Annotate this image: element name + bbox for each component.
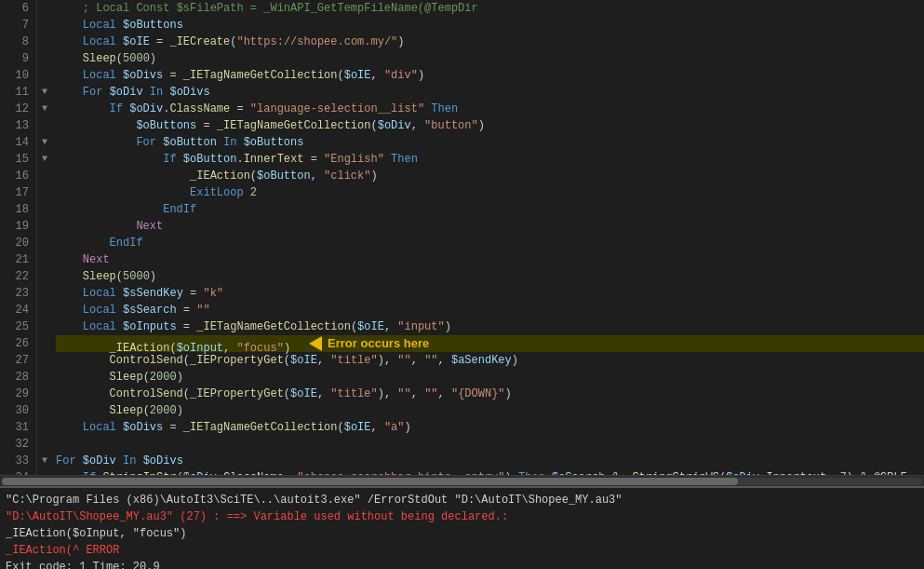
fold-icon xyxy=(37,302,52,318)
terminal-line: Exit code: 1 Time: 20.9 xyxy=(6,559,918,569)
line-number: 26 xyxy=(0,335,29,352)
fold-icon xyxy=(37,335,52,352)
code-line: Local $oIE = _IECreate("https://shopee.c… xyxy=(56,34,924,50)
fold-icon[interactable]: ▼ xyxy=(37,134,52,151)
line-number: 22 xyxy=(0,268,29,285)
code-line: If StringInStr($oDiv.ClassName, "shopee-… xyxy=(56,469,924,475)
line-numbers: 6789101112131415161718192021222324252627… xyxy=(0,0,37,475)
fold-icon xyxy=(37,218,52,235)
code-line: Local $oButtons xyxy=(56,17,924,34)
line-number: 6 xyxy=(0,0,29,17)
fold-icon xyxy=(37,436,52,453)
code-line: Local $sSearch = "" xyxy=(56,302,924,318)
fold-icon[interactable]: ▼ xyxy=(37,101,52,117)
fold-icon xyxy=(37,419,52,436)
error-text: Error occurs here xyxy=(328,335,429,352)
code-line: ControlSend(_IEPropertyGet($oIE, "title"… xyxy=(56,352,924,369)
fold-icon xyxy=(37,369,52,386)
fold-gutter: ▼▼▼▼▼ xyxy=(37,0,52,475)
line-number: 8 xyxy=(0,34,29,50)
line-number: 9 xyxy=(0,50,29,67)
code-line: Sleep(5000) xyxy=(56,50,924,67)
code-line: EndIf xyxy=(56,235,924,251)
code-line: EndIf xyxy=(56,201,924,218)
fold-icon xyxy=(37,318,52,335)
fold-icon[interactable]: ▼ xyxy=(37,453,52,469)
fold-icon xyxy=(37,117,52,134)
code-line: Next xyxy=(56,218,924,235)
line-number: 25 xyxy=(0,318,29,335)
code-line: Sleep(2000) xyxy=(56,402,924,419)
line-number: 23 xyxy=(0,285,29,302)
fold-icon xyxy=(37,50,52,67)
line-number: 12 xyxy=(0,101,29,117)
code-line: Sleep(5000) xyxy=(56,268,924,285)
code-line: For $oDiv In $oDivs xyxy=(56,453,924,469)
line-number: 34 xyxy=(0,469,29,475)
code-line: If $oButton.InnerText = "English" Then xyxy=(56,151,924,168)
fold-icon xyxy=(37,168,52,184)
code-lines: ; Local Const $sFilePath = _WinAPI_GetTe… xyxy=(52,0,924,475)
line-number: 13 xyxy=(0,117,29,134)
line-number: 28 xyxy=(0,369,29,386)
terminal-output: "C:\Program Files (x86)\AutoIt3\SciTE\..… xyxy=(0,486,924,569)
line-number: 14 xyxy=(0,134,29,151)
terminal-line: "C:\Program Files (x86)\AutoIt3\SciTE\..… xyxy=(6,492,918,508)
fold-icon xyxy=(37,67,52,84)
line-number: 15 xyxy=(0,151,29,168)
line-number: 11 xyxy=(0,84,29,101)
error-annotation: Error occurs here xyxy=(309,335,429,352)
code-line xyxy=(56,436,924,453)
line-number: 32 xyxy=(0,436,29,453)
horizontal-scrollbar[interactable] xyxy=(0,475,924,486)
line-number: 27 xyxy=(0,352,29,369)
fold-icon xyxy=(37,235,52,251)
code-line: Sleep(2000) xyxy=(56,369,924,386)
line-number: 17 xyxy=(0,184,29,201)
fold-icon xyxy=(37,268,52,285)
code-container: 6789101112131415161718192021222324252627… xyxy=(0,0,924,475)
code-line: For $oDiv In $oDivs xyxy=(56,84,924,101)
code-line: ; Local Const $sFilePath = _WinAPI_GetTe… xyxy=(56,0,924,17)
line-number: 18 xyxy=(0,201,29,218)
line-number: 30 xyxy=(0,402,29,419)
fold-icon xyxy=(37,0,52,17)
code-line: Next xyxy=(56,251,924,268)
line-number: 21 xyxy=(0,251,29,268)
code-line: $oButtons = _IETagNameGetCollection($oDi… xyxy=(56,117,924,134)
scrollbar-thumb[interactable] xyxy=(2,478,738,485)
line-number: 7 xyxy=(0,17,29,34)
fold-icon xyxy=(37,469,52,475)
line-number: 16 xyxy=(0,168,29,184)
fold-icon xyxy=(37,34,52,50)
code-line: _IEAction($oButton, "click") xyxy=(56,168,924,184)
code-line: _IEAction($oInput, "focus") Error occurs… xyxy=(56,335,924,352)
line-number: 20 xyxy=(0,235,29,251)
error-arrow-icon xyxy=(309,336,322,351)
fold-icon xyxy=(37,285,52,302)
code-line: Local $sSendKey = "k" xyxy=(56,285,924,302)
terminal-line: _IEAction($oInput, "focus") xyxy=(6,525,918,542)
code-line: For $oButton In $oButtons xyxy=(56,134,924,151)
fold-icon xyxy=(37,352,52,369)
fold-icon[interactable]: ▼ xyxy=(37,151,52,168)
line-number: 29 xyxy=(0,386,29,402)
line-number: 19 xyxy=(0,218,29,235)
fold-icon xyxy=(37,251,52,268)
fold-icon xyxy=(37,17,52,34)
code-editor[interactable]: 6789101112131415161718192021222324252627… xyxy=(0,0,924,475)
fold-icon xyxy=(37,184,52,201)
code-line: Local $oDivs = _IETagNameGetCollection($… xyxy=(56,67,924,84)
terminal-line: "D:\AutoIT\Shopee_MY.au3" (27) : ==> Var… xyxy=(6,508,918,525)
line-number: 10 xyxy=(0,67,29,84)
fold-icon[interactable]: ▼ xyxy=(37,84,52,101)
line-number: 33 xyxy=(0,453,29,469)
code-line: ExitLoop 2 xyxy=(56,184,924,201)
terminal-line: _IEAction(^ ERROR xyxy=(6,542,918,559)
line-number: 31 xyxy=(0,419,29,436)
line-number: 24 xyxy=(0,302,29,318)
code-line: ControlSend(_IEPropertyGet($oIE, "title"… xyxy=(56,386,924,402)
fold-icon xyxy=(37,386,52,402)
scrollbar-track[interactable] xyxy=(2,478,922,485)
fold-icon xyxy=(37,402,52,419)
